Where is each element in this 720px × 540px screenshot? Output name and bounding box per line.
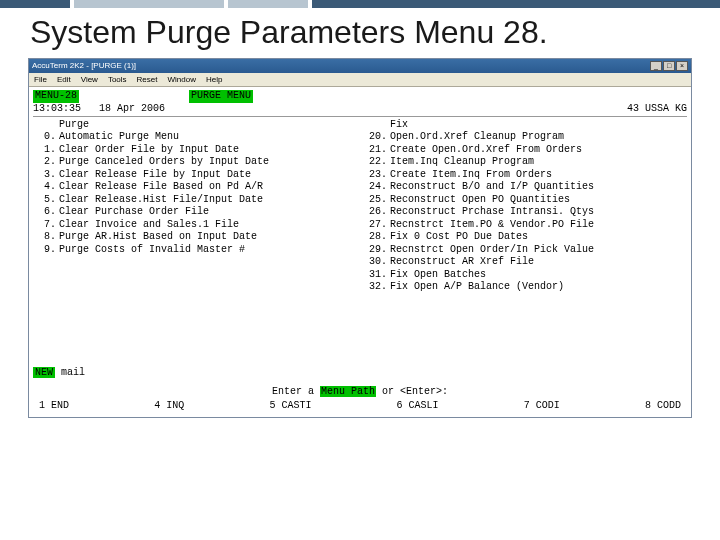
menu-item[interactable]: 1.Clear Order File by Input Date [33,144,356,157]
prompt-line[interactable]: Enter a Menu Path or <Enter>: [33,386,687,399]
left-header: Purge [59,119,89,132]
left-column: Purge 0.Automatic Purge Menu 1.Clear Ord… [33,119,356,294]
info-row: 13:03:35 18 Apr 2006 43 USSA KG [33,104,687,117]
menu-item[interactable]: 28.Fix 0 Cost PO Due Dates [364,231,687,244]
fkey-6[interactable]: 6 CASLI [397,400,439,413]
slide-title: System Purge Parameters Menu 28. [0,8,720,54]
terminal-body: MENU-28 PURGE MENU 13:03:35 18 Apr 2006 … [29,87,691,417]
close-button[interactable]: × [676,61,688,71]
menu-item[interactable]: 25.Reconstruct Open PO Quantities [364,194,687,207]
fkey-7[interactable]: 7 CODI [524,400,560,413]
menu-reset[interactable]: Reset [137,75,158,84]
maximize-button[interactable]: □ [663,61,675,71]
right-header: Fix [390,119,408,132]
window-titlebar: AccuTerm 2K2 - [PURGE (1)] _ □ × [29,59,691,73]
menu-item[interactable]: 21.Create Open.Ord.Xref From Orders [364,144,687,157]
terminal-window: AccuTerm 2K2 - [PURGE (1)] _ □ × File Ed… [28,58,692,418]
time-label: 13:03:35 [33,103,81,114]
menu-item[interactable]: 0.Automatic Purge Menu [33,131,356,144]
menu-help[interactable]: Help [206,75,222,84]
menu-item[interactable]: 4.Clear Release File Based on Pd A/R [33,181,356,194]
menu-item[interactable]: 26.Reconstruct Prchase Intransi. Qtys [364,206,687,219]
menu-item[interactable]: 9.Purge Costs of Invalid Master # [33,244,356,257]
menu-item[interactable]: 7.Clear Invoice and Sales.1 File [33,219,356,232]
menu-tools[interactable]: Tools [108,75,127,84]
slide-accent-bar [0,0,720,8]
fkey-1[interactable]: 1 END [39,400,69,413]
menu-item[interactable]: 27.Recnstrct Item.PO & Vendor.PO File [364,219,687,232]
fkey-8[interactable]: 8 CODD [645,400,681,413]
station-label: 43 USSA KG [627,103,687,116]
window-title: AccuTerm 2K2 - [PURGE (1)] [32,61,136,70]
fkey-bar: 1 END 4 INQ 5 CASTI 6 CASLI 7 CODI 8 COD… [33,400,687,413]
minimize-button[interactable]: _ [650,61,662,71]
menu-item[interactable]: 3.Clear Release File by Input Date [33,169,356,182]
menu-item[interactable]: 5.Clear Release.Hist File/Input Date [33,194,356,207]
menu-label: MENU-28 [33,90,79,103]
menu-item[interactable]: 8.Purge AR.Hist Based on Input Date [33,231,356,244]
new-mail-indicator: NEW mail [33,367,687,380]
menu-item[interactable]: 24.Reconstruct B/O and I/P Quantities [364,181,687,194]
menu-item[interactable]: 23.Create Item.Inq From Orders [364,169,687,182]
right-column: Fix 20.Open.Ord.Xref Cleanup Program 21.… [364,119,687,294]
menu-item[interactable]: 6.Clear Purchase Order File [33,206,356,219]
menu-window[interactable]: Window [167,75,195,84]
menu-item[interactable]: 29.Recnstrct Open Order/In Pick Value [364,244,687,257]
menu-item[interactable]: 32.Fix Open A/P Balance (Vendor) [364,281,687,294]
menu-file[interactable]: File [34,75,47,84]
fkey-4[interactable]: 4 INQ [154,400,184,413]
menu-item[interactable]: 22.Item.Inq Cleanup Program [364,156,687,169]
fkey-5[interactable]: 5 CASTI [269,400,311,413]
menu-item[interactable]: 2.Purge Canceled Orders by Input Date [33,156,356,169]
menu-edit[interactable]: Edit [57,75,71,84]
menu-item[interactable]: 30.Reconstruct AR Xref File [364,256,687,269]
date-label: 18 Apr 2006 [99,103,165,114]
menu-view[interactable]: View [81,75,98,84]
menubar: File Edit View Tools Reset Window Help [29,73,691,87]
menu-item[interactable]: 20.Open.Ord.Xref Cleanup Program [364,131,687,144]
menu-item[interactable]: 31.Fix Open Batches [364,269,687,282]
menu-title: PURGE MENU [189,90,253,103]
